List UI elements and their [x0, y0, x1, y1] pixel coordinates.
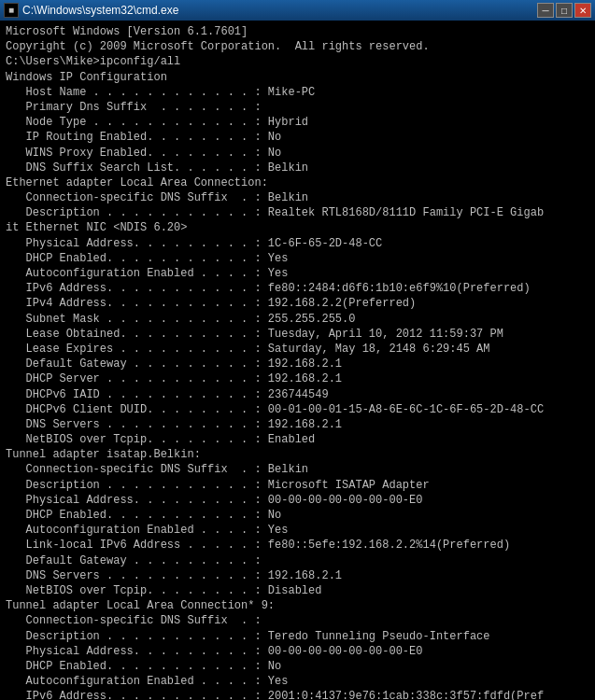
- terminal-line: DHCP Enabled. . . . . . . . . . . : No: [6, 508, 589, 523]
- maximize-button[interactable]: □: [556, 3, 573, 18]
- window: ■ C:\Windows\system32\cmd.exe ─ □ ✕ Micr…: [0, 0, 595, 700]
- terminal-line: Description . . . . . . . . . . . : Micr…: [6, 478, 589, 493]
- terminal-line: Windows IP Configuration: [6, 70, 589, 85]
- terminal-line: Default Gateway . . . . . . . . . :: [6, 553, 589, 568]
- terminal-line: DHCPv6 IAID . . . . . . . . . . . : 2367…: [6, 387, 589, 402]
- terminal-line: Tunnel adapter isatap.Belkin:: [6, 447, 589, 462]
- terminal-line: Microsoft Windows [Version 6.1.7601]: [6, 24, 589, 39]
- terminal-line: Node Type . . . . . . . . . . . . : Hybr…: [6, 115, 589, 130]
- terminal-line: DHCP Server . . . . . . . . . . . : 192.…: [6, 371, 589, 386]
- close-button[interactable]: ✕: [574, 3, 591, 18]
- terminal-line: DHCP Enabled. . . . . . . . . . . : Yes: [6, 251, 589, 266]
- terminal-line: Primary Dns Suffix . . . . . . . :: [6, 100, 589, 115]
- terminal-line: Description . . . . . . . . . . . : Tere…: [6, 629, 589, 644]
- title-bar-buttons: ─ □ ✕: [537, 3, 591, 18]
- terminal-line: Lease Expires . . . . . . . . . . : Satu…: [6, 342, 589, 357]
- title-bar: ■ C:\Windows\system32\cmd.exe ─ □ ✕: [0, 0, 595, 21]
- terminal-line: Autoconfiguration Enabled . . . . : Yes: [6, 266, 589, 281]
- terminal-line: IP Routing Enabled. . . . . . . . : No: [6, 130, 589, 145]
- window-title: C:\Windows\system32\cmd.exe: [22, 4, 178, 17]
- terminal-line: Physical Address. . . . . . . . . : 1C-6…: [6, 236, 589, 251]
- terminal-output[interactable]: Microsoft Windows [Version 6.1.7601]Copy…: [0, 21, 595, 700]
- terminal-line: Physical Address. . . . . . . . . : 00-0…: [6, 644, 589, 659]
- terminal-line: DNS Servers . . . . . . . . . . . : 192.…: [6, 417, 589, 432]
- terminal-line: Autoconfiguration Enabled . . . . : Yes: [6, 523, 589, 538]
- title-bar-left: ■ C:\Windows\system32\cmd.exe: [4, 3, 178, 18]
- terminal-line: Connection-specific DNS Suffix . : Belki…: [6, 462, 589, 477]
- terminal-line: NetBIOS over Tcpip. . . . . . . . : Disa…: [6, 583, 589, 598]
- terminal-line: it Ethernet NIC <NDIS 6.20>: [6, 220, 589, 235]
- terminal-line: DHCP Enabled. . . . . . . . . . . : No: [6, 659, 589, 674]
- terminal-line: Copyright (c) 2009 Microsoft Corporation…: [6, 39, 589, 54]
- terminal-line: DNS Suffix Search List. . . . . . : Belk…: [6, 161, 589, 175]
- terminal-line: Host Name . . . . . . . . . . . . : Mike…: [6, 85, 589, 100]
- terminal-line: IPv6 Address. . . . . . . . . . . : fe80…: [6, 281, 589, 296]
- terminal-line: Connection-specific DNS Suffix . :: [6, 613, 589, 628]
- terminal-line: Lease Obtained. . . . . . . . . . : Tues…: [6, 327, 589, 342]
- terminal-line: IPv4 Address. . . . . . . . . . . : 192.…: [6, 296, 589, 311]
- terminal-line: WINS Proxy Enabled. . . . . . . . : No: [6, 146, 589, 161]
- terminal-line: C:\Users\Mike>ipconfig/all: [6, 54, 589, 69]
- terminal-line: DNS Servers . . . . . . . . . . . : 192.…: [6, 568, 589, 583]
- terminal-line: NetBIOS over Tcpip. . . . . . . . : Enab…: [6, 432, 589, 447]
- terminal-line: Link-local IPv6 Address . . . . . : fe80…: [6, 538, 589, 553]
- terminal-line: Connection-specific DNS Suffix . : Belki…: [6, 190, 589, 205]
- terminal-line: DHCPv6 Client DUID. . . . . . . . : 00-0…: [6, 402, 589, 417]
- terminal-line: Autoconfiguration Enabled . . . . : Yes: [6, 674, 589, 689]
- cmd-icon: ■: [4, 3, 19, 18]
- terminal-line: Tunnel adapter Local Area Connection* 9:: [6, 598, 589, 613]
- terminal-line: Subnet Mask . . . . . . . . . . . : 255.…: [6, 312, 589, 327]
- terminal-line: Physical Address. . . . . . . . . : 00-0…: [6, 493, 589, 508]
- terminal-line: IPv6 Address. . . . . . . . . . . : 2001…: [6, 689, 589, 700]
- minimize-button[interactable]: ─: [537, 3, 554, 18]
- terminal-line: Description . . . . . . . . . . . : Real…: [6, 205, 589, 220]
- terminal-line: Default Gateway . . . . . . . . . : 192.…: [6, 357, 589, 371]
- terminal-line: Ethernet adapter Local Area Connection:: [6, 175, 589, 190]
